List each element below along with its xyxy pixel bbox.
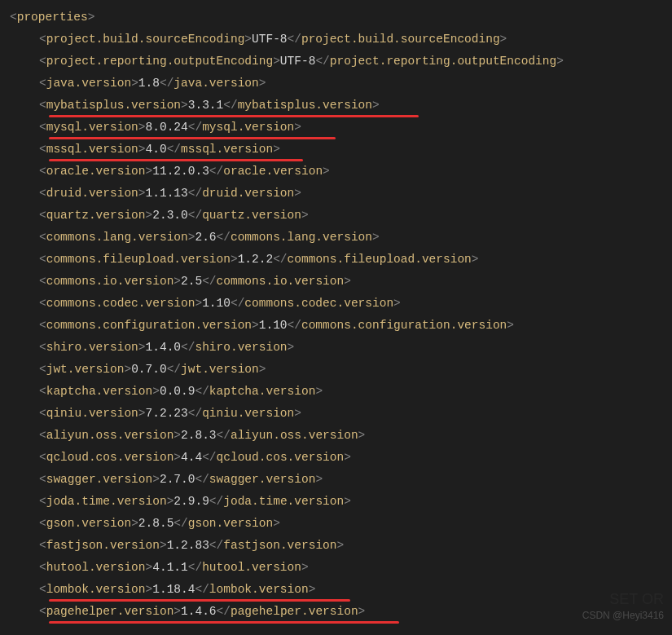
bracket: < xyxy=(39,385,46,398)
bracket: < xyxy=(39,473,46,486)
property-line: <qiniu.version>7.2.23</qiniu.version> xyxy=(39,403,672,425)
property-value: 2.7.0 xyxy=(160,473,195,486)
property-value: 11.2.0.3 xyxy=(152,165,209,178)
open-tag-name: fastjson.version xyxy=(46,539,160,552)
bracket: </ xyxy=(167,143,181,156)
property-value: 4.0 xyxy=(146,143,167,156)
property-line: <jwt.version>0.7.0</jwt.version> xyxy=(39,359,672,381)
close-tag-name: oracle.version xyxy=(223,165,323,178)
bracket: < xyxy=(39,275,46,288)
bracket: > xyxy=(160,539,167,552)
bracket: < xyxy=(39,341,46,354)
property-line: <mysql.version>8.0.24</mysql.version> xyxy=(39,117,672,139)
bracket: < xyxy=(39,231,46,244)
bracket: > xyxy=(294,407,301,420)
bracket: > xyxy=(173,605,181,618)
property-line: <gson.version>2.8.5</gson.version> xyxy=(39,513,672,535)
bracket: < xyxy=(39,77,46,90)
bracket: </ xyxy=(231,297,244,310)
root-open-tag: <properties> xyxy=(10,7,672,29)
open-tag-name: mssql.version xyxy=(46,143,138,156)
property-line: <druid.version>1.1.13</druid.version> xyxy=(39,183,672,205)
bracket: < xyxy=(39,99,46,112)
bracket: </ xyxy=(315,55,329,68)
bracket: < xyxy=(39,33,46,46)
bracket: > xyxy=(138,407,146,420)
open-tag-name: commons.fileupload.version xyxy=(46,253,231,266)
open-tag-name: joda.time.version xyxy=(46,495,167,508)
property-line: <aliyun.oss.version>2.8.3</aliyun.oss.ve… xyxy=(39,425,672,447)
property-value: 1.1.13 xyxy=(146,187,188,200)
bracket: > xyxy=(131,77,138,90)
red-underline-annotation xyxy=(49,137,336,139)
property-line: <fastjson.version>1.2.83</fastjson.versi… xyxy=(39,535,672,557)
bracket: > xyxy=(138,341,146,354)
property-value: 1.2.2 xyxy=(238,253,274,266)
property-value: 2.9.9 xyxy=(173,495,209,508)
bracket: </ xyxy=(195,473,209,486)
open-tag-name: quartz.version xyxy=(46,209,146,222)
property-value: 2.5 xyxy=(181,275,202,288)
bracket: > xyxy=(173,275,181,288)
bracket: < xyxy=(39,517,46,530)
close-tag-name: swagger.version xyxy=(209,473,316,486)
bracket: </ xyxy=(160,77,173,90)
open-tag-name: kaptcha.version xyxy=(46,385,153,398)
property-line: <project.build.sourceEncoding>UTF-8</pro… xyxy=(39,29,672,51)
property-value: 3.3.1 xyxy=(188,99,224,112)
bracket: > xyxy=(146,209,153,222)
bracket: </ xyxy=(202,451,216,464)
bracket: </ xyxy=(223,99,237,112)
bracket: > xyxy=(344,275,351,288)
property-line: <commons.fileupload.version>1.2.2</commo… xyxy=(39,249,672,271)
open-tag-name: commons.lang.version xyxy=(46,231,188,244)
open-tag-name: jwt.version xyxy=(46,363,125,376)
bracket: > xyxy=(173,451,181,464)
property-value: 1.10 xyxy=(259,319,288,332)
bracket: > xyxy=(344,495,351,508)
open-tag-name: commons.configuration.version xyxy=(46,319,252,332)
bracket: < xyxy=(39,55,46,68)
bracket: > xyxy=(500,33,507,46)
property-line: <joda.time.version>2.9.9</joda.time.vers… xyxy=(39,491,672,513)
property-value: 1.18.4 xyxy=(152,583,195,596)
red-underline-annotation xyxy=(49,599,350,602)
bracket: > xyxy=(124,363,131,376)
close-tag-name: jwt.version xyxy=(181,363,259,376)
open-tag-name: commons.codec.version xyxy=(46,297,195,310)
property-value: 2.6 xyxy=(195,231,216,244)
bracket: > xyxy=(146,561,153,574)
bracket: > xyxy=(273,143,280,156)
bracket: > xyxy=(131,517,138,530)
bracket: </ xyxy=(195,583,209,596)
bracket: </ xyxy=(209,539,223,552)
red-underline-annotation xyxy=(49,159,303,161)
property-line: <commons.io.version>2.5</commons.io.vers… xyxy=(39,271,672,293)
bracket: </ xyxy=(273,253,287,266)
property-line: <oracle.version>11.2.0.3</oracle.version… xyxy=(39,161,672,183)
bracket: < xyxy=(39,429,46,442)
close-tag-name: qcloud.cos.version xyxy=(217,451,345,464)
close-tag-name: mssql.version xyxy=(181,143,273,156)
bracket: </ xyxy=(181,341,195,354)
bracket: </ xyxy=(167,363,181,376)
close-tag-name: project.build.sourceEncoding xyxy=(301,33,500,46)
open-tag-name: project.build.sourceEncoding xyxy=(46,33,245,46)
property-line: <kaptcha.version>0.0.9</kaptcha.version> xyxy=(39,381,672,403)
property-value: 2.8.3 xyxy=(181,429,217,442)
property-line: <mybatisplus.version>3.3.1</mybatisplus.… xyxy=(39,95,672,117)
bracket: > xyxy=(152,385,160,398)
bracket: > xyxy=(344,451,351,464)
bracket: > xyxy=(337,539,345,552)
close-tag-name: quartz.version xyxy=(202,209,301,222)
property-line: <commons.configuration.version>1.10</com… xyxy=(39,315,672,337)
open-tag-name: qcloud.cos.version xyxy=(46,451,174,464)
close-tag-name: druid.version xyxy=(202,187,294,200)
property-line: <commons.lang.version>2.6</commons.lang.… xyxy=(39,227,672,249)
bracket: < xyxy=(39,561,46,574)
bracket: > xyxy=(556,55,564,68)
bracket: > xyxy=(146,165,153,178)
bracket: </ xyxy=(217,605,231,618)
bracket: > xyxy=(259,77,266,90)
property-line: <commons.codec.version>1.10</commons.cod… xyxy=(39,293,672,315)
